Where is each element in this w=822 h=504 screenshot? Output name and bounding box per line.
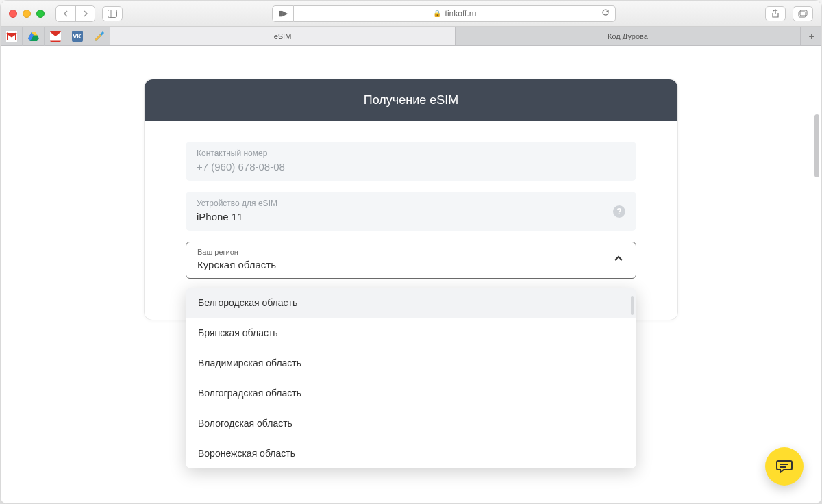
page-viewport: Получение eSIM Контактный номер +7 (960)… xyxy=(1,46,821,503)
maximize-window-icon[interactable] xyxy=(36,10,45,18)
tab-label: eSIM xyxy=(274,32,292,40)
url-host: tinkoff.ru xyxy=(445,9,477,18)
browser-window: ▮▶ 🔒 tinkoff.ru xyxy=(0,0,822,504)
card-body: Контактный номер +7 (960) 678-08-08 Устр… xyxy=(145,121,677,320)
back-button[interactable] xyxy=(56,6,75,21)
minimize-window-icon[interactable] xyxy=(23,10,31,18)
device-field[interactable]: Устройство для eSIM iPhone 11 ? xyxy=(186,192,636,231)
new-tab-button[interactable]: + xyxy=(801,27,821,45)
favorite-drive-icon[interactable] xyxy=(23,27,45,46)
svg-rect-0 xyxy=(108,10,117,17)
tab-bar: VK eSIM Код Дурова + xyxy=(1,27,821,46)
contact-number-field: Контактный номер +7 (960) 678-08-08 xyxy=(186,142,636,181)
chat-icon xyxy=(775,457,793,475)
forward-button[interactable] xyxy=(75,6,95,21)
tab-esim[interactable]: eSIM xyxy=(110,27,456,45)
tabs-overview-button[interactable] xyxy=(793,6,813,21)
region-option[interactable]: Брянская область xyxy=(186,318,636,348)
region-option[interactable]: Волгоградская область xyxy=(186,378,636,408)
device-label: Устройство для eSIM xyxy=(197,199,625,208)
dropdown-scrollbar[interactable] xyxy=(631,296,634,315)
region-dropdown: Белгородская область Брянская область Вл… xyxy=(186,288,636,468)
chat-button[interactable] xyxy=(765,447,804,486)
region-option[interactable]: Белгородская область xyxy=(186,288,636,318)
address-bar[interactable]: 🔒 tinkoff.ru xyxy=(294,5,616,22)
reader-mode-button[interactable]: ▮▶ xyxy=(272,5,294,22)
contact-label: Контактный номер xyxy=(197,149,625,158)
reload-icon[interactable] xyxy=(601,8,610,18)
region-option[interactable]: Воронежская область xyxy=(186,438,636,468)
region-input[interactable] xyxy=(197,259,582,270)
nav-back-forward xyxy=(55,5,95,22)
contact-value: +7 (960) 678-08-08 xyxy=(197,161,625,173)
lock-icon: 🔒 xyxy=(433,10,441,17)
scrollbar-thumb[interactable] xyxy=(814,114,819,177)
card-title: Получение eSIM xyxy=(145,79,677,121)
sidebar-toggle-button[interactable] xyxy=(102,6,123,21)
tab-durov[interactable]: Код Дурова xyxy=(456,27,801,45)
esim-card: Получение eSIM Контактный номер +7 (960)… xyxy=(144,79,678,320)
share-button[interactable] xyxy=(765,6,786,21)
region-option[interactable]: Вологодская область xyxy=(186,408,636,438)
favorites-row: VK xyxy=(1,27,110,45)
favorite-gmail-icon[interactable] xyxy=(1,27,23,46)
tab-label: Код Дурова xyxy=(608,32,648,40)
close-window-icon[interactable] xyxy=(9,10,17,18)
chevron-up-icon[interactable] xyxy=(614,254,623,266)
window-controls xyxy=(9,10,45,18)
region-field[interactable]: Ваш регион xyxy=(186,242,636,279)
device-value: iPhone 11 xyxy=(197,211,625,223)
favorite-vk-icon[interactable]: VK xyxy=(66,27,88,46)
favorite-mail-icon[interactable] xyxy=(45,27,66,46)
region-option[interactable]: Владимирская область xyxy=(186,348,636,378)
titlebar: ▮▶ 🔒 tinkoff.ru xyxy=(1,1,821,27)
region-label: Ваш регион xyxy=(197,248,625,256)
favorite-arrow-icon[interactable] xyxy=(88,27,110,46)
help-icon[interactable]: ? xyxy=(613,205,625,218)
